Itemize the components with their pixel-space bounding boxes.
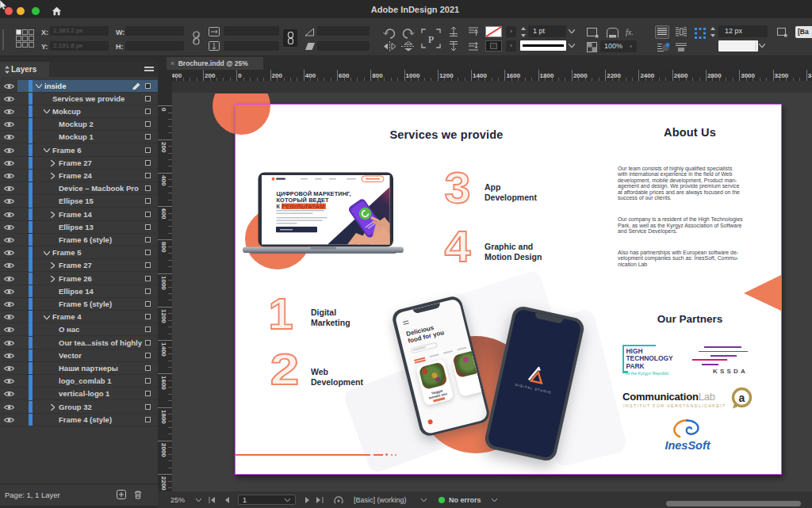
svg-text:P: P — [428, 33, 434, 45]
